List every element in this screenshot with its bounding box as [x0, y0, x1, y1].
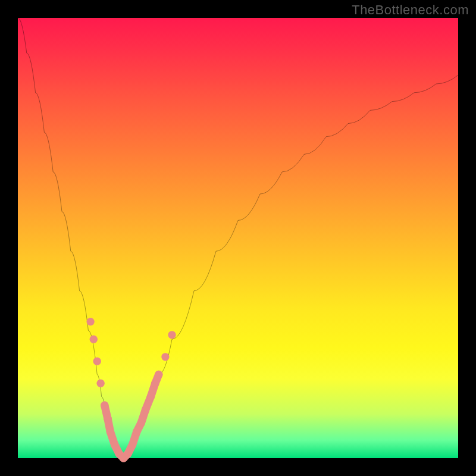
curve-marker — [90, 336, 98, 343]
curve-marker — [161, 353, 169, 361]
curve-marker — [93, 358, 101, 365]
curve-marker — [96, 380, 104, 387]
watermark-label: TheBottleneck.com — [352, 2, 469, 18]
bottleneck-curve — [18, 18, 458, 458]
curve-marker — [155, 371, 162, 378]
curve-marker — [168, 331, 176, 339]
curve-path — [18, 18, 458, 458]
plot-area — [18, 18, 458, 458]
marker-group — [86, 318, 176, 462]
curve-marker — [86, 318, 94, 325]
chart-frame: TheBottleneck.com — [0, 0, 476, 476]
